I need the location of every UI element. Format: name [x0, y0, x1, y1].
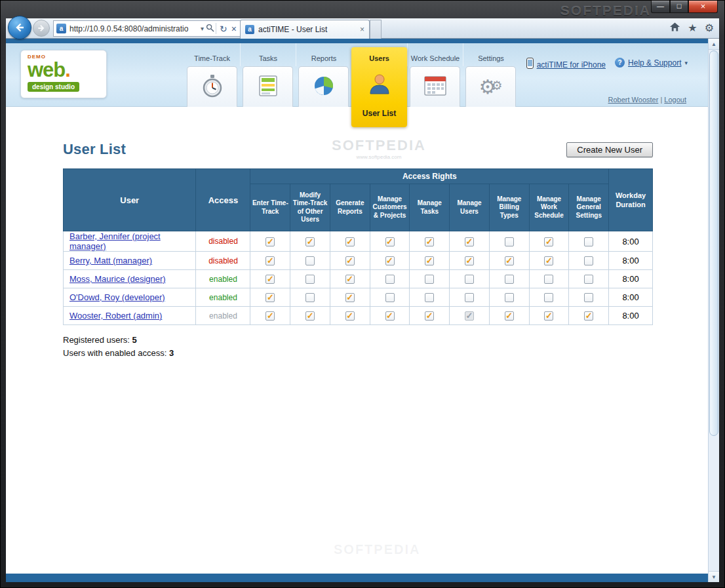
current-user-link[interactable]: Robert Wooster	[608, 96, 659, 104]
help-block[interactable]: ? Help & Support ▾	[615, 58, 688, 68]
nav-item-tasks[interactable]: Tasks	[240, 43, 296, 107]
checkbox-manage-customers-projects[interactable]	[385, 275, 395, 284]
checkbox-manage-work-schedule[interactable]	[544, 275, 553, 284]
scroll-up-icon[interactable]: ▲	[709, 39, 719, 50]
create-new-user-button[interactable]: Create New User	[566, 142, 653, 157]
checkbox-manage-tasks[interactable]: ✓	[425, 311, 434, 321]
checkbox-manage-billing-types[interactable]: ✓	[505, 311, 514, 321]
checkbox-generate-reports[interactable]: ✓	[345, 237, 355, 246]
checkbox-manage-work-schedule[interactable]: ✓	[544, 237, 553, 246]
checkbox-manage-general-settings[interactable]	[584, 256, 593, 265]
favorites-star-icon[interactable]: ★	[688, 23, 697, 33]
nav-item-time-track[interactable]: Time-Track	[184, 43, 240, 107]
user-link[interactable]: Berry, Matt (manager)	[69, 256, 152, 265]
checkbox-manage-users[interactable]	[465, 293, 474, 302]
checkbox-manage-tasks[interactable]	[425, 293, 434, 302]
new-tab-button[interactable]	[370, 20, 382, 39]
checkbox-manage-billing-types[interactable]	[505, 293, 514, 302]
tab-close-icon[interactable]: ×	[356, 25, 364, 34]
checkbox-manage-general-settings[interactable]	[584, 275, 593, 284]
workday-value: 8:00	[609, 231, 653, 252]
right-cell: ✓	[450, 307, 490, 325]
iphone-link[interactable]: actiTIME for iPhone	[537, 60, 606, 69]
checkbox-enter-time-track[interactable]: ✓	[265, 311, 275, 321]
user-link[interactable]: O'Dowd, Roy (developer)	[69, 292, 165, 302]
user-link[interactable]: Barber, Jennifer (project manager)	[69, 231, 161, 251]
col-header-manage-work-schedule: Manage Work Schedule	[529, 184, 569, 231]
address-bar[interactable]: a http://10.9.0.54:8080/administratio ▾ …	[53, 20, 242, 37]
checkbox-manage-users[interactable]: ✓	[465, 256, 474, 265]
right-cell: ✓	[250, 307, 290, 325]
checkbox-manage-customers-projects[interactable]: ✓	[385, 237, 395, 246]
checkbox-modify-time-track-of-other-users[interactable]: ✓	[305, 237, 315, 246]
checkbox-manage-customers-projects[interactable]: ✓	[385, 256, 395, 265]
checkbox-enter-time-track[interactable]: ✓	[265, 256, 275, 265]
checkbox-enter-time-track[interactable]: ✓	[265, 237, 275, 246]
forward-button[interactable]	[33, 20, 50, 37]
nav-item-settings[interactable]: Settings ⚙⚙	[463, 43, 519, 107]
forward-arrow-icon	[37, 24, 46, 33]
nav-item-reports[interactable]: Reports	[296, 43, 351, 107]
checkbox-generate-reports[interactable]: ✓	[345, 275, 355, 284]
right-cell	[450, 288, 490, 307]
stop-icon[interactable]: ×	[229, 24, 239, 33]
checkbox-manage-general-settings[interactable]	[584, 293, 593, 302]
back-button[interactable]	[8, 16, 31, 39]
checkbox-manage-general-settings[interactable]: ✓	[584, 311, 593, 321]
checkbox-manage-customers-projects[interactable]	[385, 293, 395, 302]
maximize-button[interactable]: □	[670, 1, 688, 13]
checkbox-modify-time-track-of-other-users[interactable]: ✓	[305, 311, 315, 321]
checkbox-manage-general-settings[interactable]	[584, 237, 593, 246]
checkbox-manage-billing-types[interactable]	[505, 237, 514, 246]
checkbox-modify-time-track-of-other-users[interactable]	[305, 256, 315, 265]
address-dropdown-icon[interactable]: ▾	[199, 25, 206, 32]
checkbox-manage-users[interactable]: ✓	[465, 237, 474, 246]
title-bar[interactable]: SOFTPEDIA — □ ×	[1, 1, 724, 18]
checkbox-manage-tasks[interactable]: ✓	[425, 256, 434, 265]
user-link[interactable]: Wooster, Robert (admin)	[69, 311, 162, 321]
checkbox-enter-time-track[interactable]: ✓	[265, 275, 275, 284]
checkbox-generate-reports[interactable]: ✓	[345, 256, 355, 265]
url-text[interactable]: http://10.9.0.54:8080/administratio	[69, 24, 199, 33]
checkbox-manage-work-schedule[interactable]	[544, 293, 553, 302]
page-scrollbar[interactable]: ▲ ▼	[708, 39, 719, 582]
help-link[interactable]: Help & Support	[628, 58, 681, 68]
workday-value: 8:00	[609, 252, 653, 270]
browser-tab[interactable]: a actiTIME - User List ×	[240, 20, 370, 39]
checkbox-manage-billing-types[interactable]	[505, 275, 514, 284]
checkbox-modify-time-track-of-other-users[interactable]	[305, 293, 315, 302]
checkbox-manage-tasks[interactable]: ✓	[425, 237, 434, 246]
checkbox-generate-reports[interactable]: ✓	[345, 311, 355, 321]
iphone-link-block[interactable]: actiTIME for iPhone	[526, 58, 606, 71]
right-cell: ✓	[250, 270, 290, 288]
checkbox-generate-reports[interactable]: ✓	[345, 293, 355, 302]
home-icon[interactable]	[669, 22, 680, 34]
search-icon[interactable]	[206, 23, 214, 35]
checkbox-manage-billing-types[interactable]: ✓	[505, 256, 514, 265]
checkbox-manage-customers-projects[interactable]: ✓	[385, 311, 395, 321]
user-table: User Access Access Rights Workday Durati…	[63, 168, 653, 325]
checkbox-enter-time-track[interactable]: ✓	[265, 293, 275, 302]
col-header-manage-customers-projects: Manage Customers & Projects	[370, 184, 410, 231]
minimize-button[interactable]: —	[651, 1, 670, 13]
nav-item-users[interactable]: Users User List	[351, 47, 407, 127]
scrollbar-thumb[interactable]	[709, 50, 718, 436]
checkbox-manage-users[interactable]	[465, 275, 474, 284]
help-icon: ?	[615, 58, 625, 68]
checkbox-manage-work-schedule[interactable]: ✓	[544, 256, 553, 265]
checkbox-manage-work-schedule[interactable]: ✓	[544, 311, 553, 321]
logout-link[interactable]: Logout	[664, 96, 686, 104]
checkbox-modify-time-track-of-other-users[interactable]	[305, 275, 315, 284]
submenu-user-list[interactable]: User List	[351, 104, 407, 118]
nav-item-work-schedule[interactable]: Work Schedule	[407, 43, 463, 107]
softpedia-watermark: SOFTPEDIA	[560, 3, 651, 18]
user-link[interactable]: Moss, Maurice (designer)	[69, 274, 166, 284]
tools-gear-icon[interactable]: ⚙	[705, 23, 714, 33]
right-cell	[489, 231, 529, 252]
scroll-down-icon[interactable]: ▼	[709, 571, 719, 582]
enabled-users-line: Users with enabled access: 3	[63, 347, 653, 360]
checkbox-manage-tasks[interactable]	[425, 275, 434, 284]
refresh-icon[interactable]: ↻	[218, 24, 229, 33]
user-row: Moss, Maurice (designer)enabled✓✓8:00	[64, 270, 653, 288]
close-button[interactable]: ×	[688, 1, 718, 13]
